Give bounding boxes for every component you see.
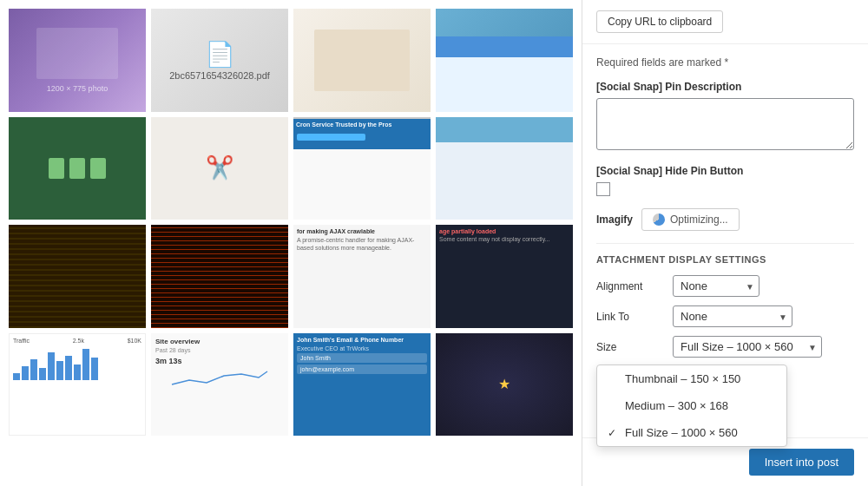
dropdown-option-full[interactable]: ✓ Full Size – 868 × 486 <box>597 419 786 446</box>
size-field-row: Size Thumbnail – 150 × 150 Medium – 300 … <box>596 336 854 358</box>
insert-into-post-button[interactable]: Insert into post <box>749 449 854 476</box>
attachment-display-settings: ATTACHMENT DISPLAY SETTINGS Alignment No… <box>596 243 854 358</box>
copy-url-button[interactable]: Copy URL to clipboard <box>596 10 723 33</box>
media-item[interactable] <box>436 9 573 112</box>
media-panel: 1200 × 775 photo 📄 2bc6571654326028.pdf <box>0 0 582 486</box>
dropdown-option-medium[interactable]: Medium – 300 × 168 <box>597 392 786 419</box>
hide-pin-checkbox[interactable] <box>596 182 610 196</box>
media-item[interactable] <box>436 117 573 220</box>
media-item[interactable]: ✂️ <box>151 117 288 220</box>
link-to-select-wrapper: None Media File Attachment Page ▼ <box>673 305 792 327</box>
imagify-button[interactable]: Optimizing... <box>641 208 740 231</box>
imagify-label: Imagify <box>596 213 633 226</box>
social-snap-pin-textarea[interactable] <box>596 98 854 150</box>
size-dropdown-popup: Thumbnail – 150 × 150 Medium – 300 × 168… <box>596 364 787 447</box>
media-item[interactable]: 1200 × 775 photo <box>9 9 146 112</box>
dropdown-option-full-label: Full Size – 868 × 486 <box>625 426 738 439</box>
media-item[interactable] <box>9 117 146 220</box>
required-fields-notice: Required fields are marked * <box>596 56 854 69</box>
media-item[interactable]: Site overview Past 28 days 3m 13s <box>151 333 288 437</box>
alignment-field-row: Alignment None Left Center Right ▼ <box>596 275 854 297</box>
imagify-spinner <box>653 213 665 226</box>
size-select[interactable]: Thumbnail – 150 × 150 Medium – 300 × 168… <box>673 336 822 358</box>
size-select-wrapper: Thumbnail – 150 × 150 Medium – 300 × 168… <box>673 336 822 358</box>
imagify-row: Imagify Optimizing... <box>596 208 854 231</box>
media-item[interactable]: 📄 2bc6571654326028.pdf <box>151 9 288 112</box>
media-item[interactable] <box>293 9 431 112</box>
media-grid: 1200 × 775 photo 📄 2bc6571654326028.pdf <box>9 9 573 436</box>
media-item[interactable] <box>9 225 146 328</box>
link-to-select[interactable]: None Media File Attachment Page <box>673 305 792 327</box>
pdf-filename: 2bc6571654326028.pdf <box>169 70 270 81</box>
attachment-section-title: ATTACHMENT DISPLAY SETTINGS <box>596 254 854 265</box>
dropdown-option-thumbnail-label: Thumbnail – 150 × 150 <box>625 372 740 385</box>
settings-top-bar: Copy URL to clipboard <box>582 0 868 44</box>
dropdown-option-thumbnail[interactable]: Thumbnail – 150 × 150 <box>597 365 786 392</box>
media-item[interactable]: for making AJAX crawlable A promise-cent… <box>293 225 431 328</box>
imagify-button-label: Optimizing... <box>670 213 728 226</box>
alignment-select-wrapper: None Left Center Right ▼ <box>673 275 760 297</box>
link-to-field-row: Link To None Media File Attachment Page … <box>596 305 854 327</box>
media-item[interactable]: age partially loaded Some content may no… <box>436 225 573 328</box>
social-snap-pin-field: [Social Snap] Pin Description <box>596 81 854 153</box>
alignment-select[interactable]: None Left Center Right <box>673 275 760 297</box>
dropdown-option-medium-label: Medium – 300 × 168 <box>625 399 728 412</box>
social-snap-hide-pin-field: [Social Snap] Hide Pin Button <box>596 165 854 196</box>
media-item[interactable] <box>151 225 288 328</box>
social-snap-pin-label: [Social Snap] Pin Description <box>596 81 854 93</box>
hide-pin-checkbox-row <box>596 182 854 196</box>
link-to-label: Link To <box>596 311 666 323</box>
media-item[interactable]: Traffic2.5k$10K <box>9 333 146 437</box>
media-item[interactable]: Cron Service Trusted by the Pros <box>293 117 431 220</box>
settings-panel: Copy URL to clipboard Required fields ar… <box>582 0 868 486</box>
alignment-label: Alignment <box>596 280 666 292</box>
media-item[interactable]: John Smith's Email & Phone Number Execut… <box>293 333 431 437</box>
full-checkmark: ✓ <box>608 427 620 439</box>
size-label: Size <box>596 341 666 353</box>
media-item[interactable]: ★ <box>436 333 573 437</box>
social-snap-hide-pin-label: [Social Snap] Hide Pin Button <box>596 165 854 177</box>
